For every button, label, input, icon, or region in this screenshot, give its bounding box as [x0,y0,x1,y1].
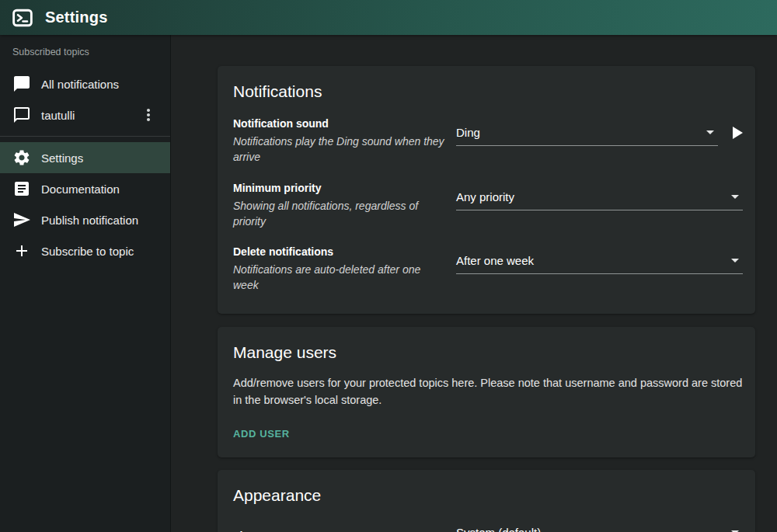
chevron-down-icon [731,259,739,263]
play-sound-button[interactable] [733,127,743,139]
chat-bubble-filled-icon [12,75,31,93]
sidebar-item-publish-notification[interactable]: Publish notification [0,204,170,235]
sidebar-item-label: Documentation [41,183,120,196]
sidebar-item-label: Subscribe to topic [41,245,134,258]
sidebar: Subscribed topics All notifications taut… [0,35,171,532]
notification-sound-description: Notifications play the Ding sound when t… [233,134,448,165]
sidebar-item-documentation[interactable]: Documentation [0,173,170,204]
appearance-card: Appearance Theme System (default) Langua… [218,470,755,532]
plus-icon [12,242,31,260]
sidebar-item-settings[interactable]: Settings [0,142,170,173]
ntfy-logo-icon [12,8,33,28]
sidebar-item-label: All notifications [41,78,119,91]
notification-sound-row: Notification sound Notifications play th… [233,117,743,165]
chevron-down-icon [731,195,739,199]
theme-row: Theme System (default) [233,526,743,532]
minimum-priority-row: Minimum priority Showing all notificatio… [233,182,743,230]
sidebar-item-all-notifications[interactable]: All notifications [0,68,170,99]
notifications-card-title: Notifications [233,82,743,101]
delete-notifications-row: Delete notifications Notifications are a… [233,245,743,294]
sidebar-item-label: tautulli [41,109,75,122]
page-title: Settings [45,9,108,26]
article-icon [12,179,31,198]
delete-notifications-value: After one week [456,254,534,267]
manage-users-card-title: Manage users [233,343,743,362]
send-icon [12,210,31,229]
delete-notifications-description: Notifications are auto-deleted after one… [233,262,448,294]
sidebar-divider [0,136,170,137]
delete-notifications-label: Delete notifications [233,245,448,258]
minimum-priority-label: Minimum priority [233,182,448,194]
theme-value: System (default) [456,526,541,532]
chat-bubble-outline-icon [12,106,31,124]
sidebar-item-label: Publish notification [41,214,138,227]
chevron-down-icon [706,130,714,134]
appearance-card-title: Appearance [233,486,743,505]
sidebar-item-tautulli[interactable]: tautulli [0,99,170,130]
notification-sound-label: Notification sound [233,117,448,130]
main-content: Notifications Notification sound Notific… [172,35,777,532]
app-bar: Settings [0,0,777,35]
notification-sound-select[interactable]: Ding [456,126,718,146]
delete-notifications-select[interactable]: After one week [456,254,743,274]
notification-sound-value: Ding [456,126,480,139]
subscribed-topics-caption: Subscribed topics [0,35,170,64]
minimum-priority-select[interactable]: Any priority [456,190,743,210]
more-vert-icon[interactable] [139,106,158,124]
manage-users-card: Manage users Add/remove users for your p… [218,327,755,457]
minimum-priority-value: Any priority [456,190,514,203]
gear-icon [12,148,31,167]
minimum-priority-description: Showing all notifications, regardless of… [233,198,448,230]
theme-select[interactable]: System (default) [456,526,743,532]
manage-users-description: Add/remove users for your protected topi… [233,374,743,409]
add-user-button[interactable]: ADD USER [233,428,290,440]
sidebar-item-label: Settings [41,151,83,165]
notifications-card: Notifications Notification sound Notific… [218,66,755,314]
sidebar-item-subscribe-to-topic[interactable]: Subscribe to topic [0,235,170,266]
